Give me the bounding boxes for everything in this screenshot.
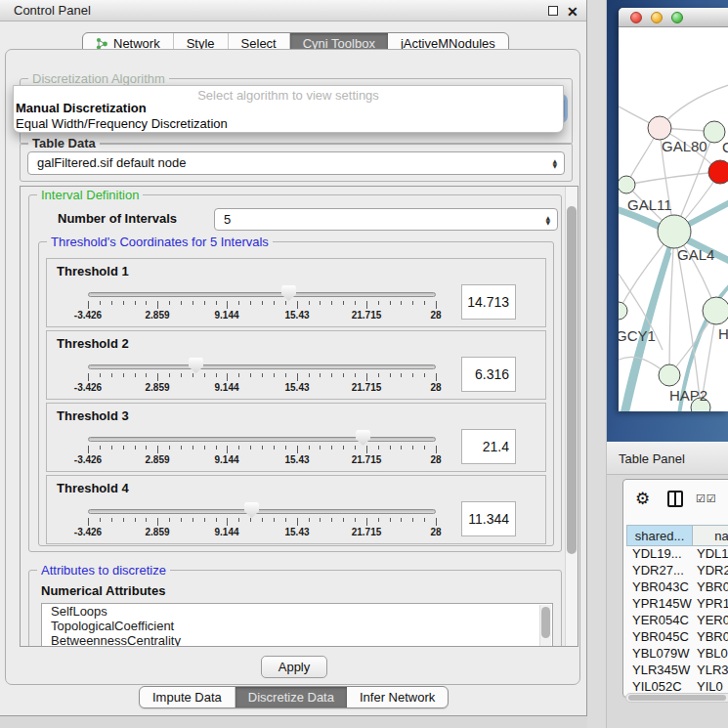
scale-tick-label: -3.426 <box>59 527 117 537</box>
numerical-attributes-list[interactable]: SelfLoopsTopologicalCoefficientBetweenne… <box>41 603 553 647</box>
scale-tick-label: 9.144 <box>197 527 256 537</box>
columns-icon[interactable] <box>667 491 683 507</box>
threshold-slider-thumb[interactable] <box>281 285 296 301</box>
close-panel-icon[interactable]: ✕ <box>567 2 578 21</box>
scale-tick-label: 15.43 <box>268 454 326 465</box>
threshold-value-field[interactable]: 21.4 <box>461 429 516 464</box>
table-rows: YDL19...YDL1YDR27...YDR2YBR043CYBR0YPR14… <box>626 546 728 692</box>
threshold-block: Threshold 3-3.4262.8599.14415.4321.71528… <box>46 403 546 472</box>
table-row[interactable]: YLR345WYLR3 <box>626 663 728 679</box>
close-window-icon[interactable] <box>630 12 642 23</box>
tab-impute-data[interactable]: Impute Data <box>140 687 236 707</box>
table-cell: YDL1 <box>691 546 728 561</box>
table-row[interactable]: YBL079WYBL0 <box>626 646 728 663</box>
settings-vertical-scrollbar[interactable] <box>565 187 578 646</box>
gear-icon[interactable]: ⚙ <box>635 489 650 508</box>
threshold-slider-thumb[interactable] <box>189 358 203 373</box>
network-node[interactable] <box>619 302 627 320</box>
apply-button[interactable]: Apply <box>261 656 327 678</box>
network-node[interactable] <box>658 215 691 248</box>
scale-tick-label: 2.859 <box>128 527 187 537</box>
table-cell: YBR043C <box>626 579 691 594</box>
select-columns-icons[interactable]: ☑☑ <box>696 492 717 505</box>
attributes-list-scrollbar[interactable] <box>539 605 551 647</box>
table-row[interactable]: YDR27...YDR2 <box>626 563 728 579</box>
scale-tick-label: 2.859 <box>128 310 187 321</box>
table-panel-header: Table Panel <box>607 442 728 475</box>
tab-label: Impute Data <box>152 687 222 707</box>
threshold-label: Threshold 2 <box>57 336 129 351</box>
threshold-value-field[interactable]: 6.316 <box>461 357 516 392</box>
network-node-selected[interactable] <box>708 160 728 184</box>
table-row[interactable]: YBR043CYBR0 <box>626 579 728 596</box>
slider-ticks <box>88 301 436 309</box>
scale-tick-label: -3.426 <box>59 454 117 465</box>
threshold-slider-track[interactable] <box>88 292 436 297</box>
table-row[interactable]: YDL19...YDL1 <box>626 546 728 563</box>
threshold-slider-track[interactable] <box>88 509 436 514</box>
network-window: GAL80GGAL11GAL4GCY1HHAP2 <box>619 8 728 411</box>
number-of-intervals-value: 5 <box>224 209 231 231</box>
tab-label: Discretize Data <box>248 687 334 707</box>
table-panel-title: Table Panel <box>619 443 685 475</box>
minimize-window-icon[interactable] <box>651 12 663 23</box>
threshold-value-field[interactable]: 14.713 <box>461 284 516 320</box>
scale-tick-label: 9.144 <box>197 310 256 321</box>
threshold-label: Threshold 4 <box>57 481 129 495</box>
threshold-label: Threshold 3 <box>57 408 129 423</box>
threshold-slider-thumb[interactable] <box>356 430 370 446</box>
table-cell: YIL0 <box>691 679 723 692</box>
scale-tick-label: 21.715 <box>337 527 396 537</box>
attributes-group: Attributes to discretize Numerical Attri… <box>28 570 562 647</box>
table-data-selected-value: galFiltered.sif default node <box>37 152 186 174</box>
network-node[interactable] <box>703 297 728 324</box>
threshold-slider-thumb[interactable] <box>244 502 259 518</box>
scrollbar-thumb[interactable] <box>567 206 577 554</box>
threshold-block: Threshold 4-3.4262.8599.14415.4321.71528… <box>46 475 546 544</box>
table-cell: YLR3 <box>691 663 728 677</box>
table-data-select[interactable]: galFiltered.sif default node ▲▼ <box>27 151 565 175</box>
table-row[interactable]: YPR145WYPR1 <box>626 596 728 613</box>
tab-discretize-data[interactable]: Discretize Data <box>236 687 347 707</box>
threshold-value-field[interactable]: 11.344 <box>461 501 516 536</box>
attribute-list-item[interactable]: SelfLoops <box>42 604 552 619</box>
algorithm-option[interactable]: Equal Width/Frequency Discretization <box>16 116 228 131</box>
tab-label: Infer Network <box>360 687 435 707</box>
table-header-row: shared...na <box>626 525 728 546</box>
scale-tick-label: 21.715 <box>337 382 396 393</box>
number-of-intervals-select[interactable]: 5 ▲▼ <box>214 208 558 231</box>
table-cell: YIL052C <box>626 679 691 692</box>
thresholds-group: Threshold's Coordinates for 5 Intervals … <box>38 241 554 546</box>
table-column-header[interactable]: na <box>693 525 728 546</box>
table-row[interactable]: YBR045CYBR0 <box>626 629 728 646</box>
float-window-icon[interactable] <box>548 6 558 16</box>
table-cell: YPR1 <box>691 596 728 611</box>
algorithm-option[interactable]: Manual Discretization <box>16 101 147 115</box>
scale-tick-label: 15.43 <box>268 310 326 321</box>
table-row[interactable]: YIL052CYIL0 <box>626 679 728 692</box>
table-cell: YER054C <box>626 613 691 627</box>
table-cell: YBR0 <box>691 579 728 594</box>
network-node[interactable] <box>619 176 635 193</box>
zoom-window-icon[interactable] <box>671 12 683 23</box>
threshold-block: Threshold 1-3.4262.8599.14415.4321.71528… <box>46 258 546 327</box>
table-column-header[interactable]: shared... <box>626 525 693 546</box>
bottom-tabstrip: Impute DataDiscretize DataInfer Network <box>139 686 449 708</box>
attribute-list-item[interactable]: TopologicalCoefficient <box>42 619 552 633</box>
network-node[interactable] <box>659 364 680 386</box>
panel-divider[interactable] <box>587 0 607 728</box>
slider-ticks <box>88 446 436 453</box>
table-cell: YDL19... <box>626 546 691 561</box>
attribute-list-item[interactable]: BetweennessCentrality <box>42 633 552 647</box>
attributes-group-title: Attributes to discretize <box>37 563 170 578</box>
settings-scrollpane: Interval Definition Number of Intervals … <box>20 186 578 647</box>
network-canvas[interactable]: GAL80GGAL11GAL4GCY1HHAP2 <box>619 27 728 411</box>
threshold-slider-track[interactable] <box>88 364 436 369</box>
network-node[interactable] <box>648 116 671 140</box>
table-horizontal-scrollbar[interactable] <box>625 693 728 703</box>
network-window-titlebar <box>619 8 728 27</box>
table-toolbar: ⚙ ☑☑ <box>623 480 728 519</box>
table-row[interactable]: YER054CYER0 <box>626 613 728 629</box>
threshold-slider-track[interactable] <box>88 437 436 442</box>
tab-infer-network[interactable]: Infer Network <box>347 687 448 707</box>
